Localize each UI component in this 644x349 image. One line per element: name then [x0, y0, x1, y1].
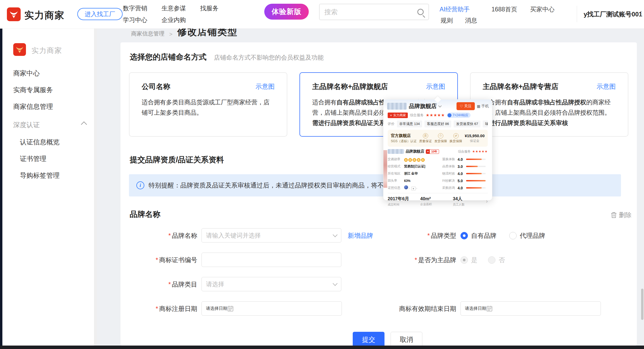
nav-messages[interactable]: 消息: [465, 16, 477, 25]
response-label: 7×24H响应: [453, 113, 468, 118]
sidebar-item-certificate-mgmt[interactable]: 证书管理: [20, 154, 46, 163]
nav-buyer-center[interactable]: 买家中心: [530, 5, 554, 14]
brand-form: *品牌名称 请输入关键词并选择 新增品牌 *品牌类型 自有品牌 代理品牌 *商标…: [120, 228, 637, 324]
diagram-link[interactable]: 示意图: [597, 82, 616, 91]
naming-title-text: 选择您的店铺命名方式: [130, 53, 207, 61]
store-stats-row: 2017年6月成立时间 40m²企业面积 34人员工人数 ›: [388, 196, 488, 207]
store-info-grid: 交易勋章 AAAAA 退换体验4.0 经营模式 贸易型[已认证] 品质体验3.0…: [388, 156, 488, 191]
brand-name-label: *品牌名称: [120, 228, 197, 243]
try-new-version-button[interactable]: 体验新版: [264, 4, 309, 20]
bull-icon: [390, 114, 392, 117]
radio-agent-brand-label[interactable]: 代理品牌: [520, 231, 545, 240]
account-name[interactable]: y找工厂测试账号001: [584, 10, 642, 19]
cert-no-input[interactable]: [202, 253, 341, 267]
sidebar-item-merchant-center[interactable]: 商家中心: [13, 69, 40, 78]
sidebar-item-exclusive-services[interactable]: 实商专属服务: [13, 86, 53, 94]
review-tag[interactable]: 味道不错 58: [483, 120, 488, 127]
review-tag[interactable]: 非常满意 134: [397, 120, 422, 127]
nav-1688-home[interactable]: 1688首页: [491, 5, 517, 14]
card-title: 公司名称: [142, 82, 170, 91]
sidebar-group-deep-certification[interactable]: 深度认证: [13, 120, 40, 129]
score-value: 4.0: [458, 172, 466, 176]
feature-label: 换货保障: [450, 139, 462, 144]
nav-business-advisor[interactable]: 生意参谋: [162, 4, 186, 12]
page-scrollbar[interactable]: [641, 289, 643, 320]
expire-date-label: 商标有效期结束日期: [359, 305, 456, 313]
desc-bold: 自有品牌或非独占性品牌授权: [507, 99, 586, 106]
sidebar-scrollbar[interactable]: [94, 29, 97, 346]
expire-date-input[interactable]: 请选择日期: [460, 301, 601, 316]
sidebar-item-cert-overview[interactable]: 认证信息概览: [20, 138, 60, 146]
category-select[interactable]: 请选择: [202, 277, 341, 291]
enter-factory-button[interactable]: 进入找工厂: [77, 8, 123, 20]
blurred-photo-strip: [383, 150, 387, 188]
feature-exchange: ⇄换货保障: [450, 133, 462, 144]
service-label: 综合服务: [410, 113, 424, 118]
medal-icon: ✦: [426, 150, 430, 154]
info-label: 交易勋章: [388, 157, 404, 162]
mobile-qr-group[interactable]: ▦手机: [477, 104, 489, 109]
radio-agent-brand[interactable]: [509, 232, 517, 239]
card-company-name[interactable]: 公司名称 示意图 适合拥有多类目商品货源或工厂型商家经营，店铺可上架多类目商品。: [129, 72, 287, 137]
cancel-button[interactable]: 取消: [391, 332, 422, 347]
chevron-up-icon[interactable]: [81, 122, 87, 128]
naming-subtitle: 店铺命名方式不影响您的会员权益及功能: [214, 54, 324, 61]
radio-main-brand-no: [488, 256, 495, 264]
score-label: 退换体验: [442, 157, 458, 162]
search-icon[interactable]: [417, 9, 424, 15]
diagram-link[interactable]: 示意图: [426, 82, 445, 91]
delete-label: 删除: [619, 211, 632, 219]
breadcrumb-parent[interactable]: 商家信息管理: [131, 30, 164, 38]
brand-type-label: *品牌类型: [359, 231, 456, 240]
info-value: 浙江 金华: [404, 171, 418, 176]
card-title: 主品牌名称+品牌专营店: [483, 82, 558, 91]
search-placeholder: 搜索: [324, 8, 417, 16]
qr-code-icon: ▦: [477, 104, 480, 108]
brand-title: 实力商家: [24, 9, 65, 22]
radio-own-brand[interactable]: [460, 232, 468, 239]
response-icon: [448, 113, 451, 117]
radio-main-brand-yes: [460, 256, 468, 264]
radio-yes-label: 是: [471, 256, 477, 264]
follow-button[interactable]: ♡关注: [457, 102, 475, 110]
card-main-brand-franchise[interactable]: 主品牌名称+品牌专营店 示意图 适合拥有自有品牌或非独占性品牌授权的商家经营，店…: [470, 72, 628, 137]
stat-employees: 34人员工人数: [453, 196, 485, 207]
nav-learning-center[interactable]: 学习中心: [123, 16, 147, 24]
card-description: 适合拥有多类目商品货源或工厂型商家经营，店铺可上架多类目商品。: [142, 97, 275, 118]
submit-button[interactable]: 提交: [353, 332, 384, 347]
nav-ai-assistant[interactable]: AI经营助手: [440, 5, 470, 14]
chevron-down-icon: [438, 104, 442, 108]
diagram-link[interactable]: 示意图: [256, 82, 275, 91]
qualification-section-title: 提交品牌资质/品证关系资料: [130, 155, 224, 165]
info-value: 63%: [404, 179, 410, 183]
follow-label: 关注: [464, 104, 472, 109]
flagship-cert: SGS（通标）认证: [391, 139, 417, 144]
divider: [388, 193, 488, 193]
brand-name-select[interactable]: 请输入关键词并选择: [202, 228, 341, 243]
review-tag[interactable]: 发货速度快 67: [454, 120, 480, 127]
radio-own-brand-label[interactable]: 自有品牌: [471, 231, 497, 240]
score-value: 4.0: [458, 186, 466, 190]
sidebar-item-merchant-info[interactable]: 商家信息管理: [13, 102, 53, 111]
blurred-store-name: [388, 149, 404, 154]
quality-icon: 质: [423, 133, 428, 138]
review-tag[interactable]: 客服态度好 86: [424, 120, 451, 127]
nav-find-service[interactable]: 找服务: [200, 4, 218, 12]
nav-digital-marketing[interactable]: 数字营销: [123, 4, 147, 12]
sidebar-item-guide-label-mgmt[interactable]: 导购标签管理: [20, 171, 60, 180]
account-more-icon[interactable]: ⋮: [638, 10, 644, 18]
form-row-brand-name: *品牌名称 请输入关键词并选择 新增品牌 *品牌类型 自有品牌 代理品牌: [120, 228, 637, 243]
nav-enterprise-purchase[interactable]: 企业内购: [162, 16, 186, 24]
store-name-suffix: 品牌旗舰店: [409, 102, 437, 110]
license-icons[interactable]: ›★›: [404, 185, 419, 191]
score-value: 4.0: [458, 157, 466, 162]
naming-section-title: 选择您的店铺命名方式店铺命名方式不影响您的会员权益及功能: [130, 52, 324, 62]
search-input[interactable]: 搜索: [319, 4, 429, 20]
review-label: 评价: [388, 122, 395, 126]
nav-rules[interactable]: 规则: [441, 16, 453, 25]
chevron-down-icon: [333, 232, 337, 237]
chevron-right-icon[interactable]: ›: [486, 198, 488, 204]
reg-date-input[interactable]: 请选择日期: [202, 301, 342, 316]
form-row-category: *品牌类目 请选择: [120, 277, 637, 292]
delete-brand-button[interactable]: 删除: [611, 211, 632, 219]
